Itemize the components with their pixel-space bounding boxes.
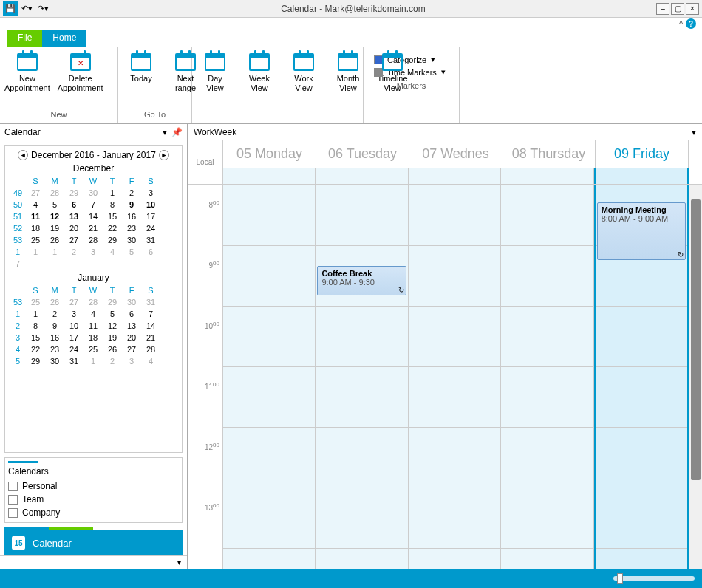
calendar-day[interactable]: 15 bbox=[103, 211, 122, 222]
appointment-morning-meeting[interactable]: Morning Meeting 8:00 AM - 9:00 AM↻ bbox=[597, 202, 686, 260]
close-button[interactable]: × bbox=[686, 3, 699, 15]
vertical-scrollbar[interactable] bbox=[689, 185, 702, 569]
calendar-day[interactable]: 4 bbox=[84, 308, 103, 320]
calendar-day[interactable]: 18 bbox=[26, 222, 45, 234]
calendar-day[interactable]: 8 bbox=[26, 320, 45, 332]
calendar-day[interactable]: 30 bbox=[122, 296, 141, 308]
calendar-day[interactable]: 26 bbox=[45, 296, 64, 308]
tab-home[interactable]: Home bbox=[42, 30, 86, 47]
calendar-day[interactable]: 4 bbox=[26, 199, 45, 211]
calendar-day[interactable]: 25 bbox=[26, 296, 45, 308]
save-icon[interactable]: 💾 bbox=[3, 1, 18, 16]
tab-file[interactable]: File bbox=[7, 30, 42, 47]
calendar-day[interactable]: 28 bbox=[45, 187, 64, 199]
calendar-day[interactable]: 19 bbox=[45, 222, 64, 234]
day-header[interactable]: 06 Tuesday bbox=[316, 140, 409, 168]
calendar-day[interactable]: 3 bbox=[122, 355, 141, 367]
day-column[interactable]: Morning Meeting 8:00 AM - 9:00 AM↻ bbox=[594, 185, 689, 569]
calendar-day[interactable]: 12 bbox=[45, 211, 64, 222]
prev-month-button[interactable]: ◄ bbox=[18, 150, 28, 160]
calendar-day[interactable]: 30 bbox=[122, 234, 141, 246]
calendar-day[interactable]: 22 bbox=[103, 222, 122, 234]
calendar-checkbox[interactable]: Company bbox=[8, 506, 179, 519]
maximize-button[interactable]: ▢ bbox=[671, 3, 684, 15]
calendar-day[interactable]: 2 bbox=[122, 187, 141, 199]
calendar-day[interactable]: 1 bbox=[26, 308, 45, 320]
calendar-day[interactable]: 21 bbox=[84, 222, 103, 234]
nav-calendar[interactable]: 15 Calendar bbox=[4, 530, 183, 555]
calendar-day[interactable]: 23 bbox=[122, 222, 141, 234]
calendar-day[interactable]: 16 bbox=[122, 211, 141, 222]
day-column[interactable] bbox=[223, 185, 316, 569]
calendar-day[interactable]: 6 bbox=[141, 246, 160, 258]
calendar-day[interactable]: 13 bbox=[64, 211, 84, 222]
calendar-day[interactable]: 28 bbox=[84, 234, 103, 246]
calendar-day[interactable]: 31 bbox=[64, 355, 84, 367]
calendar-day[interactable]: 9 bbox=[122, 199, 141, 211]
calendar-day[interactable]: 29 bbox=[64, 187, 84, 199]
calendar-day[interactable]: 12 bbox=[103, 320, 122, 332]
calendar-day[interactable]: 14 bbox=[141, 320, 160, 332]
calendar-day[interactable]: 9 bbox=[45, 320, 64, 332]
ribbon-collapse-icon[interactable]: ^ bbox=[679, 20, 683, 28]
calendar-day[interactable]: 7 bbox=[84, 199, 103, 211]
calendar-day[interactable]: 30 bbox=[84, 187, 103, 199]
calendar-day[interactable]: 24 bbox=[141, 222, 160, 234]
next-month-button[interactable]: ► bbox=[159, 150, 169, 160]
day-column[interactable]: Coffee Break9:00 AM - 9:30↻ bbox=[316, 185, 408, 569]
calendar-checkbox[interactable]: Team bbox=[8, 493, 179, 506]
calendar-day[interactable]: 20 bbox=[122, 332, 141, 343]
calendar-day[interactable]: 7 bbox=[141, 308, 160, 320]
calendar-day[interactable]: 27 bbox=[122, 343, 141, 355]
calendar-day[interactable]: 14 bbox=[84, 211, 103, 222]
calendar-day[interactable]: 17 bbox=[141, 211, 160, 222]
calendar-day[interactable]: 16 bbox=[45, 332, 64, 343]
calendar-day[interactable]: 7 bbox=[10, 258, 26, 270]
calendar-day[interactable]: 20 bbox=[64, 222, 84, 234]
calendar-day[interactable]: 22 bbox=[26, 343, 45, 355]
today-button[interactable]: Today bbox=[123, 50, 160, 83]
schedule-dropdown-icon[interactable]: ▾ bbox=[692, 127, 696, 137]
calendar-day[interactable]: 5 bbox=[122, 246, 141, 258]
calendar-day[interactable]: 18 bbox=[84, 332, 103, 343]
calendar-day[interactable]: 8 bbox=[103, 199, 122, 211]
calendar-day[interactable]: 11 bbox=[26, 211, 45, 222]
calendar-day[interactable]: 21 bbox=[141, 332, 160, 343]
day-header[interactable]: 07 Wednes bbox=[409, 140, 502, 168]
calendar-day[interactable]: 13 bbox=[122, 320, 141, 332]
calendar-day[interactable]: 3 bbox=[141, 187, 160, 199]
redo-icon[interactable]: ↷▾ bbox=[35, 1, 50, 16]
zoom-slider[interactable] bbox=[613, 576, 695, 581]
day-header[interactable]: 08 Thursday bbox=[502, 140, 596, 168]
calendar-day[interactable]: 23 bbox=[45, 343, 64, 355]
pin-icon[interactable]: 📌 bbox=[171, 127, 183, 137]
calendar-day[interactable]: 15 bbox=[26, 332, 45, 343]
calendar-day[interactable]: 10 bbox=[141, 199, 160, 211]
calendar-day[interactable]: 2 bbox=[64, 246, 84, 258]
calendar-day[interactable]: 3 bbox=[64, 308, 84, 320]
calendar-day[interactable]: 5 bbox=[103, 308, 122, 320]
work-view-button[interactable]: Work View bbox=[285, 50, 322, 93]
calendar-day[interactable]: 29 bbox=[26, 355, 45, 367]
minimize-button[interactable]: – bbox=[656, 3, 669, 15]
calendar-day[interactable]: 6 bbox=[122, 308, 141, 320]
calendar-day[interactable]: 6 bbox=[64, 199, 84, 211]
calendar-day[interactable]: 4 bbox=[141, 355, 160, 367]
delete-appointment-button[interactable]: Delete Appointment bbox=[58, 50, 103, 93]
calendar-day[interactable]: 1 bbox=[84, 355, 103, 367]
calendar-day[interactable]: 11 bbox=[84, 320, 103, 332]
undo-icon[interactable]: ↶▾ bbox=[19, 1, 34, 16]
calendar-day[interactable]: 27 bbox=[26, 187, 45, 199]
day-column[interactable] bbox=[501, 185, 593, 569]
calendar-day[interactable]: 17 bbox=[64, 332, 84, 343]
week-view-button[interactable]: Week View bbox=[241, 50, 278, 93]
appointment-coffee-break[interactable]: Coffee Break9:00 AM - 9:30↻ bbox=[317, 266, 406, 295]
calendar-day[interactable]: 31 bbox=[141, 234, 160, 246]
dropdown-icon[interactable]: ▾ bbox=[163, 127, 167, 137]
calendar-day[interactable]: 30 bbox=[45, 355, 64, 367]
calendar-day[interactable]: 28 bbox=[141, 343, 160, 355]
calendar-day[interactable]: 29 bbox=[103, 296, 122, 308]
calendar-day[interactable]: 5 bbox=[45, 199, 64, 211]
calendar-day[interactable]: 10 bbox=[64, 320, 84, 332]
calendar-day[interactable]: 26 bbox=[45, 234, 64, 246]
